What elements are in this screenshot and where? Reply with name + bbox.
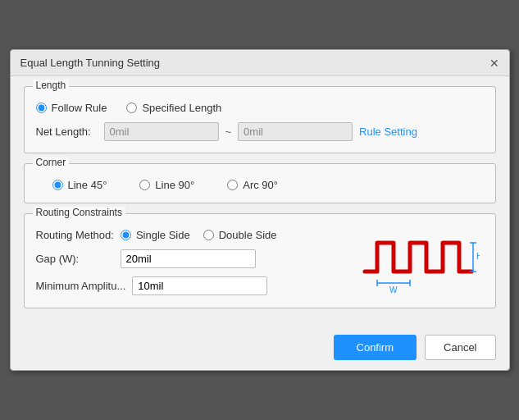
rule-setting-link[interactable]: Rule Setting bbox=[359, 126, 417, 138]
routing-fields: Routing Method: Single Side Double Side … bbox=[36, 222, 344, 296]
length-radio-row: Follow Rule Specified Length bbox=[36, 102, 484, 114]
double-side-option[interactable]: Double Side bbox=[203, 229, 277, 241]
cancel-button[interactable]: Cancel bbox=[425, 335, 495, 360]
gap-label: Gap (W): bbox=[36, 253, 114, 265]
tilde: ~ bbox=[225, 126, 232, 138]
routing-section: Routing Constraints Routing Method: Sing… bbox=[24, 213, 496, 308]
follow-rule-label: Follow Rule bbox=[52, 102, 107, 114]
confirm-button[interactable]: Confirm bbox=[334, 335, 417, 360]
title-bar: Equal Length Tunning Setting ✕ bbox=[11, 50, 509, 76]
min-amplitude-label: Minimum Amplitu... bbox=[36, 280, 126, 292]
routing-method-label: Routing Method: bbox=[36, 229, 114, 241]
single-side-radio[interactable] bbox=[121, 230, 131, 240]
min-amplitude-input[interactable] bbox=[132, 276, 267, 295]
arc-90-option[interactable]: Arc 90° bbox=[227, 179, 278, 191]
routing-diagram: H W bbox=[353, 222, 484, 296]
line-45-radio[interactable] bbox=[52, 180, 63, 190]
close-button[interactable]: ✕ bbox=[489, 57, 499, 69]
arc-90-label: Arc 90° bbox=[243, 179, 278, 191]
dialog-body: Length Follow Rule Specified Length Net … bbox=[11, 76, 509, 328]
length-section-title: Length bbox=[33, 80, 70, 91]
single-side-option[interactable]: Single Side bbox=[121, 229, 190, 241]
routing-section-title: Routing Constraints bbox=[33, 207, 125, 218]
line-45-label: Line 45° bbox=[68, 179, 107, 191]
line-90-radio[interactable] bbox=[139, 180, 150, 190]
double-side-label: Double Side bbox=[219, 229, 277, 241]
svg-text:H: H bbox=[476, 252, 480, 261]
single-side-label: Single Side bbox=[136, 229, 190, 241]
arc-90-radio[interactable] bbox=[227, 180, 238, 190]
dialog-title: Equal Length Tunning Setting bbox=[20, 57, 161, 69]
net-length-label: Net Length: bbox=[36, 126, 98, 138]
min-amplitude-row: Minimum Amplitu... bbox=[36, 276, 344, 295]
specified-length-option[interactable]: Specified Length bbox=[126, 102, 221, 114]
dialog: Equal Length Tunning Setting ✕ Length Fo… bbox=[10, 49, 510, 371]
routing-content: Routing Method: Single Side Double Side … bbox=[36, 222, 484, 296]
follow-rule-option[interactable]: Follow Rule bbox=[36, 102, 107, 114]
specified-length-radio[interactable] bbox=[126, 103, 137, 113]
gap-input[interactable] bbox=[121, 249, 256, 268]
line-90-label: Line 90° bbox=[155, 179, 194, 191]
specified-length-label: Specified Length bbox=[142, 102, 221, 114]
routing-method-row: Routing Method: Single Side Double Side bbox=[36, 229, 344, 241]
line-45-option[interactable]: Line 45° bbox=[52, 179, 107, 191]
double-side-radio[interactable] bbox=[203, 230, 214, 240]
serpentine-icon: H W bbox=[357, 222, 480, 296]
net-length-from-input[interactable] bbox=[104, 122, 219, 141]
corner-radio-row: Line 45° Line 90° Arc 90° bbox=[36, 179, 484, 191]
svg-text:W: W bbox=[389, 285, 398, 294]
net-length-row: Net Length: ~ Rule Setting bbox=[36, 122, 484, 141]
net-length-to-input[interactable] bbox=[238, 122, 353, 141]
gap-row: Gap (W): bbox=[36, 249, 344, 268]
follow-rule-radio[interactable] bbox=[36, 103, 47, 113]
buttons-row: Confirm Cancel bbox=[11, 328, 509, 370]
length-section: Length Follow Rule Specified Length Net … bbox=[24, 86, 496, 153]
corner-section: Corner Line 45° Line 90° Arc 90° bbox=[24, 163, 496, 203]
corner-section-title: Corner bbox=[33, 157, 70, 168]
line-90-option[interactable]: Line 90° bbox=[139, 179, 194, 191]
